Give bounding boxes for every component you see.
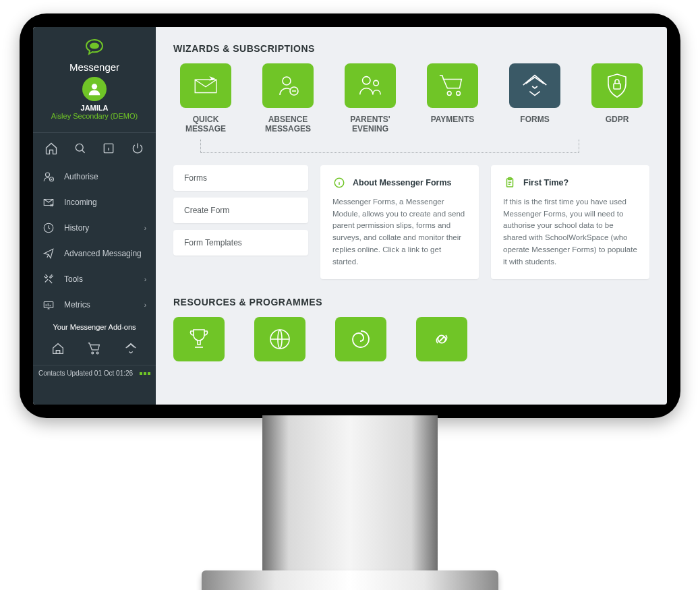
app-logo-icon bbox=[84, 39, 105, 57]
resource-awards[interactable] bbox=[173, 317, 225, 361]
nav-label: Metrics bbox=[64, 300, 90, 309]
app-name: Messenger bbox=[33, 61, 156, 73]
resource-globe[interactable] bbox=[254, 317, 305, 361]
user-minus-icon bbox=[274, 72, 301, 99]
svg-point-13 bbox=[374, 80, 379, 86]
svg-point-1 bbox=[92, 84, 97, 89]
incoming-icon bbox=[42, 196, 56, 208]
nav-label: History bbox=[64, 223, 89, 233]
people-icon bbox=[356, 72, 384, 99]
resource-blog[interactable] bbox=[335, 317, 386, 361]
link-forms[interactable]: Forms bbox=[173, 165, 308, 191]
wizard-label: FORMS bbox=[520, 115, 549, 124]
monitor-mockup: Messenger JAMILA Aisley Secondary (DEMO)… bbox=[20, 13, 680, 418]
status-indicator-icon bbox=[140, 372, 150, 375]
nav-metrics[interactable]: Metrics › bbox=[33, 292, 156, 318]
addon-home-icon[interactable] bbox=[49, 339, 67, 358]
user-check-icon bbox=[42, 171, 56, 183]
nav-incoming[interactable]: Incoming bbox=[33, 189, 156, 215]
main-content: WIZARDS & SUBSCRIPTIONS QUICK MESSAGE AB… bbox=[156, 27, 667, 405]
nav-history[interactable]: History › bbox=[33, 215, 156, 241]
wizard-quick-message[interactable]: QUICK MESSAGE bbox=[173, 63, 238, 134]
section-title-wizards: WIZARDS & SUBSCRIPTIONS bbox=[173, 43, 649, 54]
chart-icon bbox=[42, 299, 56, 311]
wizard-absence-messages[interactable]: ABSENCE MESSAGES bbox=[256, 63, 320, 134]
nav-label: Incoming bbox=[64, 198, 97, 207]
svg-point-9 bbox=[96, 352, 98, 354]
wizard-forms[interactable]: FORMS bbox=[502, 63, 567, 134]
chevron-right-icon: › bbox=[144, 225, 146, 232]
status-text: Contacts Updated 01 Oct 01:26 bbox=[38, 370, 133, 377]
resource-link[interactable] bbox=[416, 317, 467, 361]
tools-icon bbox=[42, 273, 56, 285]
globe-icon bbox=[266, 326, 293, 353]
sidebar: Messenger JAMILA Aisley Secondary (DEMO)… bbox=[33, 27, 156, 405]
wizard-label: GDPR bbox=[606, 115, 629, 124]
power-icon[interactable] bbox=[127, 138, 148, 158]
card-title: About Messenger Forms bbox=[353, 178, 452, 187]
avatar[interactable] bbox=[82, 77, 107, 101]
svg-point-12 bbox=[363, 77, 370, 84]
monitor-stand bbox=[262, 415, 438, 577]
wizard-label: QUICK MESSAGE bbox=[185, 115, 226, 134]
send-icon bbox=[42, 247, 56, 260]
clock-icon bbox=[42, 222, 56, 234]
addons-heading: Your Messenger Add-ons bbox=[33, 318, 156, 336]
nav-authorise[interactable]: Authorise bbox=[33, 164, 156, 189]
school-name: Aisley Secondary (DEMO) bbox=[33, 112, 156, 120]
trophy-icon bbox=[185, 326, 212, 353]
link-create-form[interactable]: Create Form bbox=[173, 198, 308, 223]
section-title-resources: RESOURCES & PROGRAMMES bbox=[173, 297, 649, 307]
svg-point-0 bbox=[90, 43, 99, 49]
shield-lock-icon bbox=[604, 71, 630, 100]
cart-icon bbox=[438, 72, 467, 99]
svg-point-15 bbox=[457, 92, 461, 96]
wizard-label: PAYMENTS bbox=[431, 115, 475, 124]
chevron-right-icon: › bbox=[144, 301, 146, 309]
info-icon[interactable] bbox=[98, 138, 119, 158]
info-circle-icon bbox=[332, 176, 346, 189]
clipboard-icon bbox=[503, 176, 517, 189]
nav-tools[interactable]: Tools › bbox=[33, 266, 156, 292]
home-icon[interactable] bbox=[41, 138, 61, 158]
connector-line bbox=[200, 140, 649, 153]
swirl-icon bbox=[347, 326, 374, 353]
wizard-gdpr[interactable]: GDPR bbox=[585, 63, 649, 134]
wizard-label: ABSENCE MESSAGES bbox=[265, 115, 311, 134]
addon-cart-icon[interactable] bbox=[85, 339, 104, 358]
card-body: If this is the first time you have used … bbox=[503, 196, 637, 268]
card-body: Messenger Forms, a Messenger Module, all… bbox=[332, 196, 467, 268]
svg-point-10 bbox=[283, 77, 291, 85]
svg-point-4 bbox=[46, 173, 50, 177]
card-title: First Time? bbox=[523, 178, 568, 187]
card-about: About Messenger Forms Messenger Forms, a… bbox=[320, 165, 479, 279]
link-form-templates[interactable]: Form Templates bbox=[173, 230, 308, 256]
search-icon[interactable] bbox=[70, 138, 90, 158]
addon-forms-icon[interactable] bbox=[121, 339, 140, 358]
nav-label: Authorise bbox=[64, 172, 98, 181]
chevron-right-icon: › bbox=[144, 276, 146, 283]
nav-advanced-messaging[interactable]: Advanced Messaging bbox=[33, 241, 156, 266]
svg-point-2 bbox=[76, 144, 83, 151]
card-first-time: First Time? If this is the first time yo… bbox=[491, 165, 649, 279]
svg-rect-16 bbox=[614, 84, 620, 89]
link-icon bbox=[428, 326, 455, 353]
user-name: JAMILA bbox=[33, 104, 156, 112]
nav-label: Advanced Messaging bbox=[64, 249, 142, 258]
nav-label: Tools bbox=[64, 274, 83, 284]
svg-point-14 bbox=[447, 92, 451, 96]
svg-point-8 bbox=[92, 352, 94, 354]
envelope-send-icon bbox=[192, 73, 220, 98]
wizard-parents-evening[interactable]: PARENTS' EVENING bbox=[338, 63, 403, 134]
svg-rect-7 bbox=[44, 302, 53, 308]
wizard-label: PARENTS' EVENING bbox=[350, 115, 390, 134]
forms-house-icon bbox=[520, 71, 550, 100]
wizard-payments[interactable]: PAYMENTS bbox=[420, 63, 485, 134]
